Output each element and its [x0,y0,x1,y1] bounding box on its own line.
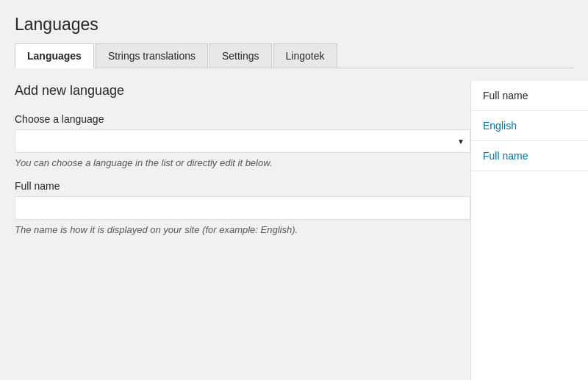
section-title: Add new language [15,83,470,98]
choose-language-label: Choose a language [15,113,470,125]
tab-lingotek[interactable]: Lingotek [273,43,337,68]
tab-strings-translations[interactable]: Strings translations [96,43,208,68]
page-wrapper: Languages Languages Strings translations… [0,0,588,380]
choose-language-group: Choose a language ▼ You can choose a lan… [15,113,470,168]
full-name-input[interactable] [15,196,470,220]
right-panel-full-name-header: Full name [483,90,528,101]
add-language-section: Add new language Choose a language ▼ You… [15,83,470,235]
full-name-label: Full name [15,180,470,192]
full-name-hint: The name is how it is displayed on your … [15,224,470,235]
tab-languages[interactable]: Languages [15,43,94,68]
page-title: Languages [15,15,573,35]
choose-language-hint: You can choose a language in the list or… [15,157,470,168]
language-select[interactable] [15,129,470,153]
right-panel-english-link[interactable]: English [483,120,517,132]
right-panel-full-name-link[interactable]: Full name [483,150,528,162]
full-name-group: Full name The name is how it is displaye… [15,180,470,235]
right-panel-english[interactable]: English [471,111,588,141]
right-panel: Full name English Full name [470,81,588,380]
tabs-nav: Languages Strings translations Settings … [15,43,573,68]
right-panel-header: Full name [471,81,588,111]
tab-settings[interactable]: Settings [209,43,272,68]
right-panel-full-name-link-item[interactable]: Full name [471,141,588,171]
language-select-wrapper: ▼ [15,129,470,153]
